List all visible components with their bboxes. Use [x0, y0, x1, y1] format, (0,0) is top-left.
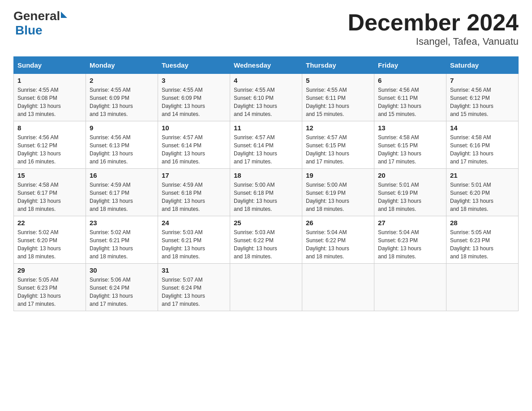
calendar-cell: 26Sunrise: 5:04 AMSunset: 6:22 PMDayligh…	[302, 216, 374, 264]
calendar-cell: 11Sunrise: 4:57 AMSunset: 6:14 PMDayligh…	[230, 121, 302, 169]
calendar-cell: 18Sunrise: 5:00 AMSunset: 6:18 PMDayligh…	[230, 169, 302, 216]
calendar-cell: 5Sunrise: 4:55 AMSunset: 6:11 PMDaylight…	[302, 74, 374, 121]
calendar-cell: 10Sunrise: 4:57 AMSunset: 6:14 PMDayligh…	[158, 121, 230, 169]
day-number: 5	[306, 77, 370, 84]
calendar-cell	[230, 264, 302, 311]
calendar-week-row: 22Sunrise: 5:02 AMSunset: 6:20 PMDayligh…	[14, 216, 519, 264]
day-info: Sunrise: 5:04 AMSunset: 6:23 PMDaylight:…	[378, 228, 442, 261]
day-info: Sunrise: 4:57 AMSunset: 6:14 PMDaylight:…	[234, 133, 298, 166]
day-number: 26	[306, 219, 370, 227]
day-number: 18	[234, 171, 298, 179]
day-number: 30	[90, 266, 154, 274]
calendar-cell: 31Sunrise: 5:07 AMSunset: 6:24 PMDayligh…	[158, 264, 230, 311]
day-number: 21	[450, 171, 515, 179]
calendar-cell: 2Sunrise: 4:55 AMSunset: 6:09 PMDaylight…	[86, 74, 158, 121]
day-info: Sunrise: 5:05 AMSunset: 6:23 PMDaylight:…	[450, 228, 515, 261]
day-number: 9	[90, 124, 154, 132]
day-number: 8	[17, 124, 82, 132]
day-info: Sunrise: 4:56 AMSunset: 6:12 PMDaylight:…	[450, 86, 515, 118]
day-number: 13	[378, 124, 442, 132]
column-header-wednesday: Wednesday	[230, 57, 302, 74]
logo-triangle-icon	[61, 12, 67, 18]
calendar-week-row: 8Sunrise: 4:56 AMSunset: 6:12 PMDaylight…	[14, 121, 519, 169]
day-number: 2	[90, 77, 154, 84]
calendar-cell: 17Sunrise: 4:59 AMSunset: 6:18 PMDayligh…	[158, 169, 230, 216]
day-info: Sunrise: 4:55 AMSunset: 6:11 PMDaylight:…	[306, 86, 370, 118]
day-info: Sunrise: 5:01 AMSunset: 6:19 PMDaylight:…	[378, 181, 442, 213]
day-number: 7	[450, 77, 515, 84]
calendar-cell: 4Sunrise: 4:55 AMSunset: 6:10 PMDaylight…	[230, 74, 302, 121]
day-number: 28	[450, 219, 515, 227]
calendar-cell: 3Sunrise: 4:55 AMSunset: 6:09 PMDaylight…	[158, 74, 230, 121]
day-number: 27	[378, 219, 442, 227]
day-number: 17	[162, 171, 226, 179]
day-number: 1	[17, 77, 82, 84]
calendar-cell: 9Sunrise: 4:56 AMSunset: 6:13 PMDaylight…	[86, 121, 158, 169]
day-number: 14	[450, 124, 515, 132]
page-header: General Blue December 2024 Isangel, Tafe…	[13, 9, 519, 47]
day-info: Sunrise: 4:57 AMSunset: 6:14 PMDaylight:…	[162, 133, 226, 166]
day-info: Sunrise: 4:56 AMSunset: 6:13 PMDaylight:…	[90, 133, 154, 166]
day-number: 16	[90, 171, 154, 179]
calendar-cell: 15Sunrise: 4:58 AMSunset: 6:17 PMDayligh…	[14, 169, 86, 216]
day-info: Sunrise: 5:03 AMSunset: 6:21 PMDaylight:…	[162, 228, 226, 261]
day-info: Sunrise: 4:56 AMSunset: 6:12 PMDaylight:…	[17, 133, 82, 166]
day-info: Sunrise: 5:05 AMSunset: 6:23 PMDaylight:…	[17, 276, 82, 308]
day-number: 15	[17, 171, 82, 179]
calendar-cell: 13Sunrise: 4:58 AMSunset: 6:15 PMDayligh…	[374, 121, 446, 169]
calendar-header-row: SundayMondayTuesdayWednesdayThursdayFrid…	[14, 57, 519, 74]
column-header-thursday: Thursday	[302, 57, 374, 74]
day-info: Sunrise: 5:00 AMSunset: 6:19 PMDaylight:…	[306, 181, 370, 213]
calendar-cell	[302, 264, 374, 311]
day-info: Sunrise: 5:00 AMSunset: 6:18 PMDaylight:…	[234, 181, 298, 213]
column-header-saturday: Saturday	[446, 57, 519, 74]
calendar-cell: 20Sunrise: 5:01 AMSunset: 6:19 PMDayligh…	[374, 169, 446, 216]
page-title: December 2024	[348, 9, 519, 36]
day-info: Sunrise: 4:58 AMSunset: 6:17 PMDaylight:…	[17, 181, 82, 213]
day-info: Sunrise: 5:01 AMSunset: 6:20 PMDaylight:…	[450, 181, 515, 213]
day-number: 29	[17, 266, 82, 274]
day-info: Sunrise: 4:55 AMSunset: 6:10 PMDaylight:…	[234, 86, 298, 118]
day-info: Sunrise: 5:03 AMSunset: 6:22 PMDaylight:…	[234, 228, 298, 261]
day-number: 10	[162, 124, 226, 132]
day-number: 11	[234, 124, 298, 132]
logo-blue-text: Blue	[15, 23, 43, 37]
day-number: 24	[162, 219, 226, 227]
day-info: Sunrise: 5:07 AMSunset: 6:24 PMDaylight:…	[162, 276, 226, 308]
column-header-monday: Monday	[86, 57, 158, 74]
calendar-cell: 22Sunrise: 5:02 AMSunset: 6:20 PMDayligh…	[14, 216, 86, 264]
calendar-cell: 23Sunrise: 5:02 AMSunset: 6:21 PMDayligh…	[86, 216, 158, 264]
calendar-week-row: 1Sunrise: 4:55 AMSunset: 6:08 PMDaylight…	[14, 74, 519, 121]
day-number: 6	[378, 77, 442, 84]
calendar-cell: 6Sunrise: 4:56 AMSunset: 6:11 PMDaylight…	[374, 74, 446, 121]
calendar-cell: 30Sunrise: 5:06 AMSunset: 6:24 PMDayligh…	[86, 264, 158, 311]
calendar-cell: 29Sunrise: 5:05 AMSunset: 6:23 PMDayligh…	[14, 264, 86, 311]
calendar-week-row: 29Sunrise: 5:05 AMSunset: 6:23 PMDayligh…	[14, 264, 519, 311]
day-info: Sunrise: 4:57 AMSunset: 6:15 PMDaylight:…	[306, 133, 370, 166]
calendar-cell: 7Sunrise: 4:56 AMSunset: 6:12 PMDaylight…	[446, 74, 519, 121]
day-info: Sunrise: 4:56 AMSunset: 6:11 PMDaylight:…	[378, 86, 442, 118]
calendar-week-row: 15Sunrise: 4:58 AMSunset: 6:17 PMDayligh…	[14, 169, 519, 216]
day-info: Sunrise: 5:02 AMSunset: 6:21 PMDaylight:…	[90, 228, 154, 261]
calendar-cell: 21Sunrise: 5:01 AMSunset: 6:20 PMDayligh…	[446, 169, 519, 216]
calendar-cell: 19Sunrise: 5:00 AMSunset: 6:19 PMDayligh…	[302, 169, 374, 216]
day-number: 31	[162, 266, 226, 274]
calendar-cell: 28Sunrise: 5:05 AMSunset: 6:23 PMDayligh…	[446, 216, 519, 264]
day-info: Sunrise: 4:55 AMSunset: 6:09 PMDaylight:…	[90, 86, 154, 118]
day-info: Sunrise: 4:59 AMSunset: 6:17 PMDaylight:…	[90, 181, 154, 213]
day-number: 19	[306, 171, 370, 179]
day-info: Sunrise: 4:55 AMSunset: 6:08 PMDaylight:…	[17, 86, 82, 118]
calendar-cell: 25Sunrise: 5:03 AMSunset: 6:22 PMDayligh…	[230, 216, 302, 264]
day-number: 23	[90, 219, 154, 227]
day-info: Sunrise: 4:59 AMSunset: 6:18 PMDaylight:…	[162, 181, 226, 213]
calendar-cell: 12Sunrise: 4:57 AMSunset: 6:15 PMDayligh…	[302, 121, 374, 169]
logo: General Blue	[13, 9, 67, 38]
day-number: 3	[162, 77, 226, 84]
calendar-cell: 24Sunrise: 5:03 AMSunset: 6:21 PMDayligh…	[158, 216, 230, 264]
column-header-friday: Friday	[374, 57, 446, 74]
day-number: 12	[306, 124, 370, 132]
title-block: December 2024 Isangel, Tafea, Vanuatu	[348, 9, 519, 47]
day-number: 4	[234, 77, 298, 84]
calendar-cell	[374, 264, 446, 311]
day-info: Sunrise: 5:06 AMSunset: 6:24 PMDaylight:…	[90, 276, 154, 308]
